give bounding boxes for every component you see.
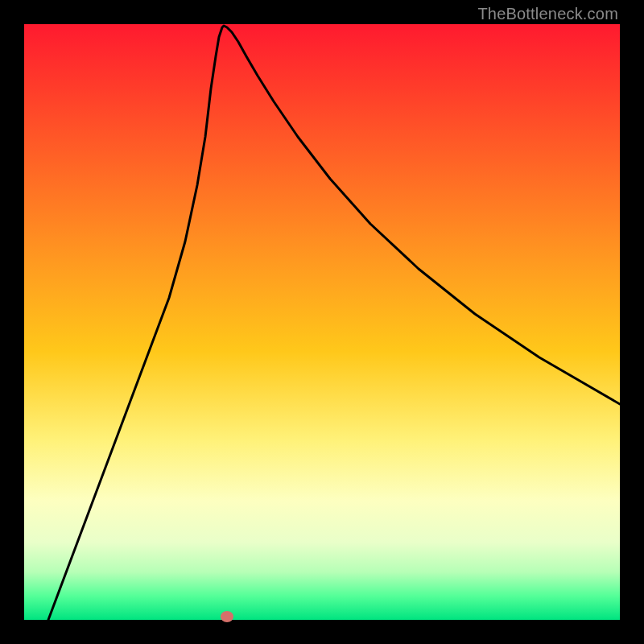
plot-area [24,24,620,620]
watermark-text: TheBottleneck.com [477,5,618,23]
curve-path [48,26,620,620]
chart-frame: TheBottleneck.com [0,0,644,644]
optimal-point-marker [221,611,233,622]
bottleneck-curve [24,24,620,620]
